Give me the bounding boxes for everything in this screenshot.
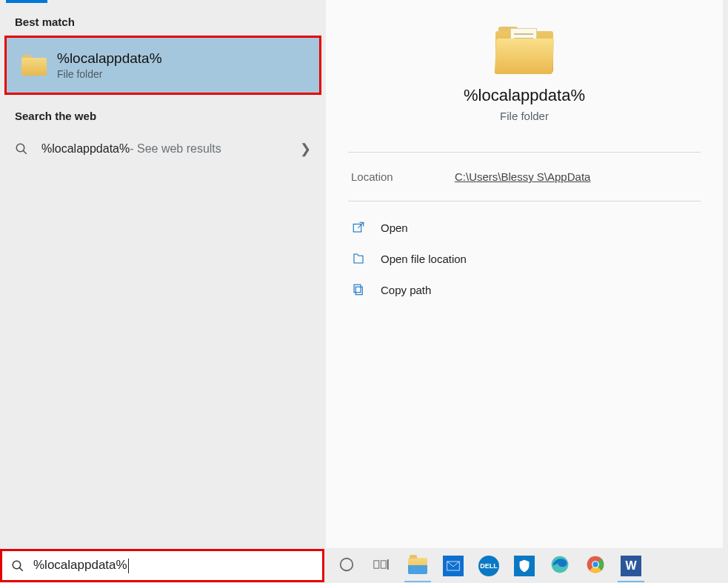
- svg-point-17: [592, 562, 598, 567]
- search-icon: [11, 559, 24, 573]
- word-icon: W: [621, 556, 641, 576]
- chrome-icon: [586, 555, 605, 577]
- filter-tabs: [0, 0, 326, 5]
- search-input[interactable]: %localappdata%: [0, 549, 324, 582]
- web-result[interactable]: %localappdata% - See web results ❯: [0, 128, 326, 170]
- chevron-right-icon: ❯: [300, 141, 311, 157]
- edge-icon: [550, 555, 570, 577]
- open-location-icon: [351, 251, 366, 266]
- cortana-taskbar-button[interactable]: [329, 548, 364, 583]
- copy-icon: [351, 282, 366, 297]
- file-explorer-icon: [408, 558, 427, 574]
- svg-rect-3: [355, 287, 362, 295]
- best-match-subtitle: File folder: [57, 68, 162, 80]
- best-match-title: %localappdata%: [57, 50, 162, 67]
- folder-icon: [495, 27, 553, 74]
- best-match-header: Best match: [0, 5, 326, 34]
- folder-icon: [21, 55, 47, 76]
- open-action[interactable]: Open: [326, 212, 723, 243]
- task-view-icon: [373, 556, 391, 576]
- best-match-result[interactable]: %localappdata% File folder: [4, 36, 321, 95]
- windows-security-icon: [514, 556, 535, 576]
- text-cursor: [128, 559, 129, 573]
- edge-taskbar-button[interactable]: [542, 548, 578, 583]
- location-label: Location: [351, 170, 455, 183]
- mail-icon: [443, 556, 464, 576]
- svg-point-0: [16, 144, 24, 152]
- detail-pane: %localappdata% File folder Location C:\U…: [326, 0, 723, 548]
- copy-path-label: Copy path: [381, 284, 431, 296]
- svg-point-7: [341, 558, 353, 570]
- search-icon: [15, 142, 28, 156]
- cortana-icon: [338, 556, 355, 576]
- dell-taskbar-button[interactable]: DELL: [471, 548, 507, 583]
- svg-rect-4: [354, 284, 361, 293]
- windows-security-taskbar-button[interactable]: [507, 548, 542, 583]
- search-results-pane: Best match %localappdata% File folder Se…: [0, 0, 326, 548]
- open-label: Open: [381, 221, 408, 234]
- search-web-header: Search the web: [0, 99, 326, 128]
- task-view-taskbar-button[interactable]: [364, 548, 400, 583]
- svg-rect-8: [374, 560, 379, 567]
- location-row: Location C:\Users\Blessy S\AppData: [326, 153, 723, 201]
- web-result-title: %localappdata%: [41, 142, 130, 156]
- detail-subtitle: File folder: [326, 110, 723, 122]
- open-file-location-action[interactable]: Open file location: [326, 243, 723, 274]
- location-path-link[interactable]: C:\Users\Blessy S\AppData: [455, 170, 590, 183]
- taskbar: DELLW: [324, 548, 728, 583]
- svg-line-1: [23, 150, 27, 154]
- file-explorer-taskbar-button[interactable]: [400, 548, 435, 583]
- open-icon: [351, 220, 366, 235]
- chrome-taskbar-button[interactable]: [578, 548, 613, 583]
- svg-line-6: [19, 567, 23, 571]
- mail-taskbar-button[interactable]: [435, 548, 471, 583]
- svg-point-5: [13, 561, 21, 569]
- bottom-bar: %localappdata% DELLW: [0, 548, 728, 583]
- web-result-suffix: - See web results: [130, 142, 221, 156]
- detail-title: %localappdata%: [326, 86, 723, 105]
- svg-rect-2: [353, 224, 361, 233]
- open-location-label: Open file location: [381, 253, 467, 265]
- word-taskbar-button[interactable]: W: [613, 548, 649, 583]
- dell-icon: DELL: [478, 556, 499, 576]
- copy-path-action[interactable]: Copy path: [326, 274, 723, 305]
- svg-rect-9: [381, 560, 386, 567]
- search-query-text: %localappdata%: [33, 558, 127, 572]
